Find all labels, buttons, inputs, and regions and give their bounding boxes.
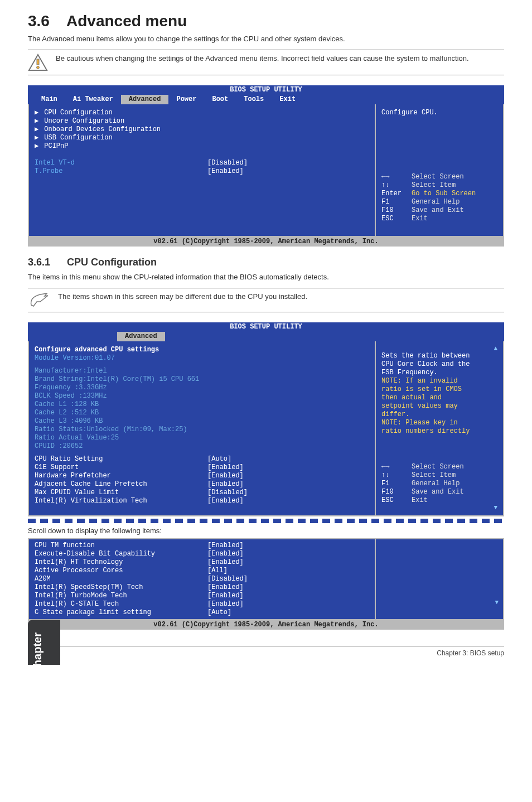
setting-cstate-package-limit[interactable]: C State package limit setting[Auto] bbox=[35, 608, 369, 617]
dashed-divider bbox=[28, 519, 504, 523]
subsection-title: CPU Configuration bbox=[67, 257, 157, 268]
key: ↑↓ bbox=[381, 181, 407, 190]
scroll-note: Scroll down to display the following ite… bbox=[28, 526, 504, 535]
menu-onboard-devices[interactable]: ▶Onboard Devices Configuration bbox=[35, 125, 369, 134]
bios-help-panel: ▲ Sets the ratio between CPU Core Clock … bbox=[375, 341, 503, 515]
tab-advanced[interactable]: Advanced bbox=[117, 332, 165, 341]
setting-hw-prefetcher[interactable]: Hardware Prefetcher[Enabled] bbox=[35, 472, 369, 480]
submenu-icon: ▶ bbox=[35, 142, 38, 151]
submenu-icon: ▶ bbox=[35, 134, 38, 142]
setting-c1e[interactable]: C1E Support[Enabled] bbox=[35, 463, 369, 472]
submenu-icon: ▶ bbox=[35, 117, 38, 125]
scroll-down-icon[interactable]: ▼ bbox=[381, 505, 497, 511]
caution-text: Be cautious when changing the settings o… bbox=[56, 54, 469, 64]
bios-help-panel: ▼ bbox=[375, 539, 503, 619]
key: F10 bbox=[381, 206, 407, 215]
section-intro: The Advanced menu items allow you to cha… bbox=[28, 35, 504, 44]
submenu-icon: ▶ bbox=[35, 125, 38, 134]
setting-label: T.Probe bbox=[35, 167, 207, 176]
menu-pcipnp[interactable]: ▶PCIPnP bbox=[35, 142, 369, 151]
menu-label: USB Configuration bbox=[44, 134, 112, 142]
svg-point-1 bbox=[37, 66, 40, 69]
setting-cstate[interactable]: Intel(R) C-STATE Tech[Enabled] bbox=[35, 600, 369, 608]
tab-ai-tweaker[interactable]: Ai Tweaker bbox=[65, 95, 121, 104]
bios-screen-cpu-config-scroll: CPU TM function[Enabled] Execute-Disable… bbox=[28, 538, 504, 630]
key: ←→ bbox=[381, 173, 407, 181]
key-legend: ←→Select Screen ↑↓Select Item EnterGo to… bbox=[381, 173, 497, 231]
bios-content-left: CPU TM function[Enabled] Execute-Disable… bbox=[29, 539, 375, 619]
bios-screen-advanced-main: BIOS SETUP UTILITY Main Ai Tweaker Advan… bbox=[28, 85, 504, 247]
bios-copyright: v02.61 (C)Copyright 1985-2009, American … bbox=[28, 620, 504, 630]
setting-max-cpuid[interactable]: Max CPUID Value Limit[Disabled] bbox=[35, 489, 369, 497]
info-line: BCLK Speed :133MHz bbox=[35, 392, 369, 400]
cpu-info-block: Manufacturer:Intel Brand String:Intel(R)… bbox=[35, 367, 369, 451]
setting-virtualization[interactable]: Intel(R) Virtualization Tech[Enabled] bbox=[35, 497, 369, 505]
menu-label: PCIPnP bbox=[44, 142, 68, 151]
info-line: CPUID :20652 bbox=[35, 442, 369, 451]
tab-power[interactable]: Power bbox=[168, 95, 204, 104]
key-desc: Go to Sub Screen bbox=[412, 190, 476, 198]
setting-a20m[interactable]: A20M[Disabled] bbox=[35, 575, 369, 583]
setting-value: [Disabled] bbox=[207, 159, 248, 167]
menu-usb-configuration[interactable]: ▶USB Configuration bbox=[35, 134, 369, 142]
bios-title: BIOS SETUP UTILITY bbox=[28, 322, 504, 332]
setting-active-cores[interactable]: Active Processor Cores[All] bbox=[35, 567, 369, 575]
info-line: Cache L1 :128 KB bbox=[35, 400, 369, 409]
cpu-config-heading: Configure advanced CPU settings bbox=[35, 346, 369, 354]
menu-label: Onboard Devices Configuration bbox=[44, 125, 161, 134]
menu-label: Uncore Configuration bbox=[44, 117, 124, 125]
cpu-settings-list: CPU Ratio Setting[Auto] C1E Support[Enab… bbox=[35, 455, 369, 505]
key-desc: Select Item bbox=[412, 181, 456, 190]
info-line: Manufacturer:Intel bbox=[35, 367, 369, 375]
setting-label: Intel VT-d bbox=[35, 159, 207, 167]
svg-rect-0 bbox=[37, 59, 39, 65]
help-text: Sets the ratio between CPU Core Clock an… bbox=[381, 352, 497, 436]
setting-intel-vtd[interactable]: Intel VT-d[Disabled] bbox=[35, 159, 369, 167]
chapter-side-tab: Chapter 3 bbox=[28, 620, 60, 665]
bios-content-left: ▶CPU Configuration ▶Uncore Configuration… bbox=[29, 104, 375, 236]
setting-turbomode[interactable]: Intel(R) TurboMode Tech[Enabled] bbox=[35, 592, 369, 600]
bios-title: BIOS SETUP UTILITY bbox=[28, 85, 504, 95]
section-number: 3.6 bbox=[28, 12, 50, 30]
tab-main[interactable]: Main bbox=[33, 95, 65, 104]
info-line: Cache L3 :4096 KB bbox=[35, 417, 369, 426]
caution-callout: Be cautious when changing the settings o… bbox=[28, 50, 504, 75]
help-text: Configure CPU. bbox=[381, 109, 497, 117]
bios-help-panel: Configure CPU. ←→Select Screen ↑↓Select … bbox=[375, 104, 503, 236]
tab-advanced[interactable]: Advanced bbox=[121, 95, 169, 104]
caution-icon bbox=[28, 54, 48, 71]
menu-label: CPU Configuration bbox=[44, 109, 112, 117]
key-enter: Enter bbox=[381, 190, 407, 198]
menu-uncore[interactable]: ▶Uncore Configuration bbox=[35, 117, 369, 125]
scroll-down-icon[interactable]: ▼ bbox=[376, 542, 503, 608]
tab-exit[interactable]: Exit bbox=[272, 95, 303, 104]
page-footer: 3-22 Chapter 3: BIOS setup bbox=[28, 646, 504, 657]
setting-execute-disable[interactable]: Execute-Disable Bit Capability[Enabled] bbox=[35, 550, 369, 558]
note-text: The items shown in this screen may be di… bbox=[58, 292, 307, 302]
setting-value: [Enabled] bbox=[207, 167, 244, 176]
bios-copyright: v02.61 (C)Copyright 1985-2009, American … bbox=[28, 237, 504, 247]
setting-ht-tech[interactable]: Intel(R) HT Technology[Enabled] bbox=[35, 558, 369, 567]
setting-cpu-ratio[interactable]: CPU Ratio Setting[Auto] bbox=[35, 455, 369, 463]
key-legend: ←→Select Screen ↑↓Select Item F1General … bbox=[381, 463, 497, 511]
info-line: Frequency :3.33GHz bbox=[35, 384, 369, 392]
setting-cpu-tm[interactable]: CPU TM function[Enabled] bbox=[35, 542, 369, 550]
info-line: Cache L2 :512 KB bbox=[35, 409, 369, 417]
footer-chapter: Chapter 3: BIOS setup bbox=[437, 649, 504, 657]
key-desc: Save and Exit bbox=[412, 206, 464, 215]
setting-adjacent-prefetch[interactable]: Adjacent Cache Line Prefetch[Enabled] bbox=[35, 480, 369, 489]
tab-tools[interactable]: Tools bbox=[236, 95, 272, 104]
bios-tabs: Main Ai Tweaker Advanced Power Boot Tool… bbox=[28, 95, 504, 104]
setting-speedstep[interactable]: Intel(R) SpeedStep(TM) Tech[Enabled] bbox=[35, 583, 369, 592]
section-title: Advanced menu bbox=[66, 12, 187, 30]
setting-tprobe[interactable]: T.Probe[Enabled] bbox=[35, 167, 369, 176]
tab-boot[interactable]: Boot bbox=[204, 95, 236, 104]
submenu-icon: ▶ bbox=[35, 109, 38, 117]
scroll-up-icon[interactable]: ▲ bbox=[381, 346, 497, 352]
menu-cpu-configuration[interactable]: ▶CPU Configuration bbox=[35, 109, 369, 117]
key-desc: General Help bbox=[412, 198, 460, 206]
key-desc: Select Screen bbox=[412, 173, 464, 181]
key: F1 bbox=[381, 198, 407, 206]
module-version: Module Version:01.07 bbox=[35, 354, 369, 363]
subsection-intro: The items in this menu show the CPU-rela… bbox=[28, 273, 504, 282]
